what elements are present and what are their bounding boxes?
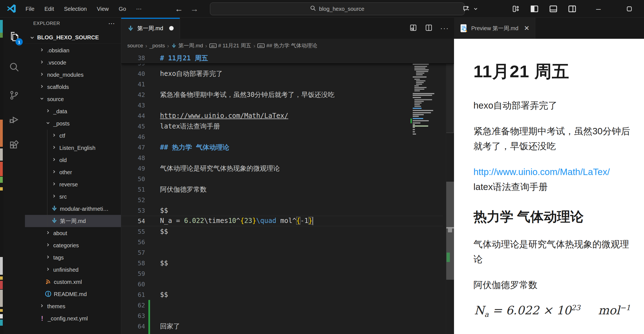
- split-editor-icon[interactable]: [425, 24, 433, 33]
- code-line-56[interactable]: 56: [121, 237, 454, 247]
- breadcrumb-item[interactable]: _posts: [149, 43, 165, 49]
- copilot-icon[interactable]: [462, 5, 471, 13]
- code-line-65[interactable]: 65: [121, 332, 454, 334]
- tree-item-_posts[interactable]: _posts: [25, 117, 121, 130]
- tree-item-第一周.md[interactable]: 第一周.md: [25, 215, 121, 227]
- tree-item-.obsidian[interactable]: .obsidian: [25, 44, 121, 56]
- search-activity-icon[interactable]: [3, 56, 25, 78]
- code-line-53[interactable]: 53$$: [121, 205, 454, 216]
- menu-file[interactable]: File: [22, 4, 38, 14]
- code-line-62[interactable]: 62: [121, 300, 454, 310]
- menu-selection[interactable]: Selection: [60, 4, 91, 14]
- open-preview-side-icon[interactable]: [409, 24, 417, 33]
- close-icon[interactable]: ✕: [524, 24, 529, 32]
- command-center-search[interactable]: blog_hexo_source: [210, 2, 465, 15]
- code-line-48[interactable]: 48: [121, 153, 454, 163]
- tree-item-other[interactable]: other: [25, 166, 121, 178]
- toggle-panel-icon[interactable]: [549, 4, 558, 13]
- code-line-46[interactable]: 46: [121, 132, 454, 142]
- menu-⋯[interactable]: ⋯: [132, 4, 146, 14]
- code-line-60[interactable]: 60: [121, 279, 454, 289]
- tree-item-modular-arithmeti-[interactable]: modular-arithmeti…: [25, 203, 121, 215]
- tab-diyizhou-md[interactable]: 第一周.md: [121, 18, 180, 39]
- toggle-primary-sidebar-icon[interactable]: [530, 4, 539, 13]
- code-line-54[interactable]: 54N_a = 6.022\times10^{23}\quad mol^{-1}: [121, 216, 454, 226]
- line-number: 41: [121, 81, 145, 88]
- code-line-61[interactable]: 61$$: [121, 289, 454, 300]
- wallpaper-fragment: [0, 309, 3, 312]
- breadcrumb-separator: ›: [253, 43, 255, 49]
- tree-item-about[interactable]: about: [25, 227, 121, 239]
- code-line-50[interactable]: 50: [121, 174, 454, 184]
- chevron-down-icon[interactable]: [473, 6, 478, 12]
- tree-item-README.md[interactable]: ⓘREADME.md: [25, 288, 121, 300]
- tree-item-tags[interactable]: tags: [25, 251, 121, 264]
- indent-guide: [47, 130, 47, 227]
- minimap-line: [414, 68, 425, 69]
- tree-item-custom.xml[interactable]: custom.xml: [25, 276, 121, 288]
- minimize-button[interactable]: –: [596, 4, 601, 14]
- workspace-root-row[interactable]: BLOG_HEXO_SOURCE: [25, 32, 121, 44]
- code-line-64[interactable]: 64回家了: [121, 321, 454, 332]
- breadcrumb-item[interactable]: 第一周.md: [171, 42, 203, 49]
- tree-item-Listen_English[interactable]: Listen_English: [25, 142, 121, 154]
- explorer-activity-icon[interactable]: 1: [3, 26, 25, 47]
- modified-dot-icon[interactable]: [169, 26, 174, 30]
- menu-edit[interactable]: Edit: [40, 4, 58, 14]
- code-line-51[interactable]: 51阿伏伽德罗常数: [121, 184, 454, 195]
- breadcrumb-item[interactable]: abc## 热力学 气体动理论: [257, 42, 317, 49]
- code-line-43[interactable]: 43: [121, 100, 454, 111]
- tree-item-source[interactable]: source: [25, 93, 121, 105]
- tree-item-_data[interactable]: _data: [25, 105, 121, 117]
- menu-view[interactable]: View: [93, 4, 113, 14]
- code-line-44[interactable]: 44http://www.uinio.com/Math/LaTex/: [121, 111, 454, 121]
- code-line-55[interactable]: 55$$: [121, 226, 454, 237]
- code-line-49[interactable]: 49气体动理论是研究气体热现象的微观理论: [121, 163, 454, 174]
- code-line-57[interactable]: 57: [121, 247, 454, 258]
- code-editor[interactable]: 3940hexo自动部署弄完了4142紧急准备物理期中考试，虽然30分钟后就考了…: [121, 53, 454, 334]
- tree-item-reverse[interactable]: reverse: [25, 178, 121, 191]
- source-control-activity-icon[interactable]: [3, 85, 25, 106]
- tree-item-label: README.md: [54, 291, 87, 297]
- breadcrumb-item[interactable]: abc# 11月21 周五: [209, 42, 251, 49]
- explorer-more-icon[interactable]: ⋯: [108, 20, 115, 27]
- tree-item-_config.next.yml[interactable]: !_config.next.yml: [25, 312, 121, 325]
- tree-item-unfinished[interactable]: unfinished: [25, 264, 121, 276]
- menu-go[interactable]: Go: [115, 4, 130, 14]
- tree-item-.vscode[interactable]: .vscode: [25, 56, 121, 69]
- code-line-45[interactable]: 45latex语法查询手册: [121, 121, 454, 132]
- code-line-42[interactable]: 42紧急准备物理期中考试，虽然30分钟后就考了，早饭还没吃: [121, 89, 454, 100]
- preview-paragraph: http://www.uinio.com/Math/LaTex/latex语法查…: [473, 165, 631, 194]
- extensions-activity-icon[interactable]: [3, 135, 25, 156]
- code-line-47[interactable]: 47## 热力学 气体动理论: [121, 142, 454, 153]
- maximize-button[interactable]: [626, 5, 633, 12]
- code-line-63[interactable]: 63: [121, 310, 454, 321]
- breadcrumb-item[interactable]: source: [127, 43, 143, 49]
- code-line-58[interactable]: 58$$: [121, 258, 454, 268]
- tab-preview-diyizhou[interactable]: Preview 第一周.md ✕: [454, 18, 535, 39]
- tree-item-categories[interactable]: categories: [25, 239, 121, 251]
- run-debug-activity-icon[interactable]: [3, 109, 25, 130]
- line-number: 45: [121, 123, 145, 130]
- tree-item-src[interactable]: src: [25, 191, 121, 203]
- code-line-59[interactable]: 59: [121, 268, 454, 279]
- chevron-right-icon: [39, 60, 45, 66]
- tree-item-old[interactable]: old: [25, 154, 121, 166]
- code-line-41[interactable]: 41: [121, 79, 454, 89]
- toggle-secondary-sidebar-icon[interactable]: [568, 4, 577, 13]
- forward-arrow-icon[interactable]: →: [190, 5, 199, 13]
- tree-item-themes[interactable]: themes: [25, 300, 121, 312]
- preview-link[interactable]: http://www.uinio.com/Math/LaTex/: [473, 167, 610, 177]
- editor-scrollbar[interactable]: [446, 53, 454, 334]
- editor-more-actions-icon[interactable]: ···: [440, 24, 449, 33]
- minimap[interactable]: [410, 53, 446, 334]
- tree-item-ctf[interactable]: ctf: [25, 130, 121, 142]
- back-arrow-icon[interactable]: ←: [175, 5, 183, 13]
- code-line-52[interactable]: 52: [121, 195, 454, 205]
- customize-layout-icon[interactable]: [512, 5, 520, 13]
- tree-item-node_modules[interactable]: node_modules: [25, 69, 121, 81]
- sticky-scroll-line[interactable]: 38 # 11月21 周五: [121, 53, 454, 64]
- code-line-40[interactable]: 40hexo自动部署弄完了: [121, 68, 454, 79]
- tree-item-scaffolds[interactable]: scaffolds: [25, 81, 121, 93]
- explorer-title: EXPLORER: [33, 21, 60, 26]
